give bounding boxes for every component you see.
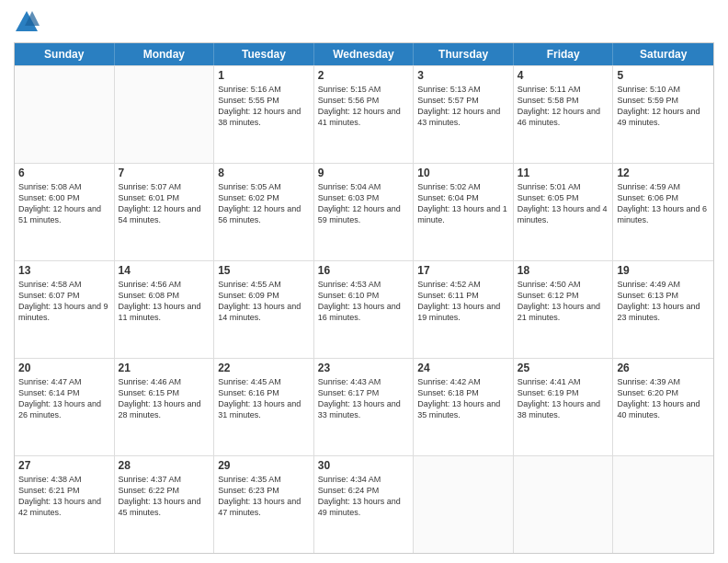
day-number: 11 xyxy=(518,167,609,179)
calendar-cell: 3Sunrise: 5:13 AM Sunset: 5:57 PM Daylig… xyxy=(414,66,514,163)
cell-info: Sunrise: 4:47 AM Sunset: 6:14 PM Dayligh… xyxy=(18,376,110,421)
calendar-row: 13Sunrise: 4:58 AM Sunset: 6:07 PM Dayli… xyxy=(15,260,713,358)
day-number: 9 xyxy=(318,167,410,179)
day-number: 5 xyxy=(617,69,710,82)
cell-info: Sunrise: 4:42 AM Sunset: 6:18 PM Dayligh… xyxy=(417,376,509,421)
cell-info: Sunrise: 5:10 AM Sunset: 5:59 PM Dayligh… xyxy=(617,84,710,129)
cell-info: Sunrise: 4:49 AM Sunset: 6:13 PM Dayligh… xyxy=(617,279,710,324)
weekday-header: Thursday xyxy=(414,43,514,65)
cell-info: Sunrise: 4:55 AM Sunset: 6:09 PM Dayligh… xyxy=(218,279,310,324)
calendar-cell: 15Sunrise: 4:55 AM Sunset: 6:09 PM Dayli… xyxy=(214,261,314,358)
calendar-cell: 26Sunrise: 4:39 AM Sunset: 6:20 PM Dayli… xyxy=(613,359,713,455)
calendar-cell: 13Sunrise: 4:58 AM Sunset: 6:07 PM Dayli… xyxy=(15,261,115,358)
weekday-header: Sunday xyxy=(15,43,115,65)
day-number: 16 xyxy=(318,264,410,277)
calendar-cell: 7Sunrise: 5:07 AM Sunset: 6:01 PM Daylig… xyxy=(115,164,215,260)
day-number: 24 xyxy=(417,362,509,374)
day-number: 14 xyxy=(119,264,210,277)
calendar-cell xyxy=(613,456,713,553)
weekday-header: Tuesday xyxy=(214,43,314,65)
day-number: 29 xyxy=(218,459,310,472)
logo-icon xyxy=(14,9,40,35)
calendar-cell: 2Sunrise: 5:15 AM Sunset: 5:56 PM Daylig… xyxy=(314,66,415,163)
cell-info: Sunrise: 4:46 AM Sunset: 6:15 PM Dayligh… xyxy=(119,376,210,421)
calendar-cell: 1Sunrise: 5:16 AM Sunset: 5:55 PM Daylig… xyxy=(214,66,314,163)
calendar-cell: 9Sunrise: 5:04 AM Sunset: 6:03 PM Daylig… xyxy=(314,164,415,260)
calendar-cell: 17Sunrise: 4:52 AM Sunset: 6:11 PM Dayli… xyxy=(414,261,514,358)
calendar-cell xyxy=(15,66,115,163)
day-number: 2 xyxy=(318,69,410,82)
calendar-row: 27Sunrise: 4:38 AM Sunset: 6:21 PM Dayli… xyxy=(15,455,713,553)
day-number: 21 xyxy=(119,362,210,374)
calendar-cell: 20Sunrise: 4:47 AM Sunset: 6:14 PM Dayli… xyxy=(15,359,115,455)
calendar-cell: 29Sunrise: 4:35 AM Sunset: 6:23 PM Dayli… xyxy=(214,456,314,553)
day-number: 4 xyxy=(518,69,609,82)
day-number: 7 xyxy=(119,167,210,179)
cell-info: Sunrise: 4:56 AM Sunset: 6:08 PM Dayligh… xyxy=(119,279,210,324)
cell-info: Sunrise: 5:15 AM Sunset: 5:56 PM Dayligh… xyxy=(318,84,410,129)
day-number: 25 xyxy=(518,362,609,374)
day-number: 12 xyxy=(617,167,710,179)
cell-info: Sunrise: 5:07 AM Sunset: 6:01 PM Dayligh… xyxy=(119,181,210,226)
calendar-cell: 4Sunrise: 5:11 AM Sunset: 5:58 PM Daylig… xyxy=(514,66,614,163)
day-number: 19 xyxy=(617,264,710,277)
day-number: 28 xyxy=(119,459,210,472)
cell-info: Sunrise: 5:04 AM Sunset: 6:03 PM Dayligh… xyxy=(318,181,410,226)
day-number: 6 xyxy=(18,167,110,179)
cell-info: Sunrise: 4:41 AM Sunset: 6:19 PM Dayligh… xyxy=(518,376,609,421)
calendar-cell: 30Sunrise: 4:34 AM Sunset: 6:24 PM Dayli… xyxy=(314,456,415,553)
cell-info: Sunrise: 4:58 AM Sunset: 6:07 PM Dayligh… xyxy=(18,279,110,324)
day-number: 18 xyxy=(518,264,609,277)
calendar-row: 6Sunrise: 5:08 AM Sunset: 6:00 PM Daylig… xyxy=(15,163,713,260)
cell-info: Sunrise: 4:53 AM Sunset: 6:10 PM Dayligh… xyxy=(318,279,410,324)
day-number: 10 xyxy=(417,167,509,179)
cell-info: Sunrise: 4:45 AM Sunset: 6:16 PM Dayligh… xyxy=(218,376,310,421)
day-number: 22 xyxy=(218,362,310,374)
calendar-cell: 18Sunrise: 4:50 AM Sunset: 6:12 PM Dayli… xyxy=(514,261,614,358)
cell-info: Sunrise: 4:38 AM Sunset: 6:21 PM Dayligh… xyxy=(18,474,110,519)
day-number: 8 xyxy=(218,167,310,179)
logo xyxy=(14,9,43,35)
cell-info: Sunrise: 5:02 AM Sunset: 6:04 PM Dayligh… xyxy=(417,181,509,226)
day-number: 30 xyxy=(318,459,410,472)
day-number: 1 xyxy=(218,69,310,82)
cell-info: Sunrise: 4:39 AM Sunset: 6:20 PM Dayligh… xyxy=(617,376,710,421)
calendar-cell: 24Sunrise: 4:42 AM Sunset: 6:18 PM Dayli… xyxy=(414,359,514,455)
cell-info: Sunrise: 4:43 AM Sunset: 6:17 PM Dayligh… xyxy=(318,376,410,421)
weekday-header: Monday xyxy=(115,43,215,65)
calendar-cell: 21Sunrise: 4:46 AM Sunset: 6:15 PM Dayli… xyxy=(115,359,215,455)
day-number: 15 xyxy=(218,264,310,277)
day-number: 17 xyxy=(417,264,509,277)
day-number: 13 xyxy=(18,264,110,277)
day-number: 27 xyxy=(18,459,110,472)
calendar-row: 1Sunrise: 5:16 AM Sunset: 5:55 PM Daylig… xyxy=(15,65,713,163)
day-number: 26 xyxy=(617,362,710,374)
calendar-cell: 23Sunrise: 4:43 AM Sunset: 6:17 PM Dayli… xyxy=(314,359,415,455)
cell-info: Sunrise: 5:11 AM Sunset: 5:58 PM Dayligh… xyxy=(518,84,609,129)
calendar-cell: 8Sunrise: 5:05 AM Sunset: 6:02 PM Daylig… xyxy=(214,164,314,260)
day-number: 3 xyxy=(417,69,509,82)
calendar-cell: 12Sunrise: 4:59 AM Sunset: 6:06 PM Dayli… xyxy=(613,164,713,260)
cell-info: Sunrise: 4:34 AM Sunset: 6:24 PM Dayligh… xyxy=(318,474,410,519)
cell-info: Sunrise: 4:35 AM Sunset: 6:23 PM Dayligh… xyxy=(218,474,310,519)
calendar-cell: 19Sunrise: 4:49 AM Sunset: 6:13 PM Dayli… xyxy=(613,261,713,358)
calendar-row: 20Sunrise: 4:47 AM Sunset: 6:14 PM Dayli… xyxy=(15,358,713,455)
calendar-cell: 16Sunrise: 4:53 AM Sunset: 6:10 PM Dayli… xyxy=(314,261,415,358)
calendar-cell: 6Sunrise: 5:08 AM Sunset: 6:00 PM Daylig… xyxy=(15,164,115,260)
calendar-cell: 27Sunrise: 4:38 AM Sunset: 6:21 PM Dayli… xyxy=(15,456,115,553)
cell-info: Sunrise: 4:50 AM Sunset: 6:12 PM Dayligh… xyxy=(518,279,609,324)
day-number: 23 xyxy=(318,362,410,374)
calendar-cell: 28Sunrise: 4:37 AM Sunset: 6:22 PM Dayli… xyxy=(115,456,215,553)
cell-info: Sunrise: 5:13 AM Sunset: 5:57 PM Dayligh… xyxy=(417,84,509,129)
cell-info: Sunrise: 5:01 AM Sunset: 6:05 PM Dayligh… xyxy=(518,181,609,226)
cell-info: Sunrise: 5:05 AM Sunset: 6:02 PM Dayligh… xyxy=(218,181,310,226)
calendar-header: SundayMondayTuesdayWednesdayThursdayFrid… xyxy=(15,43,713,65)
page: SundayMondayTuesdayWednesdayThursdayFrid… xyxy=(0,0,728,563)
cell-info: Sunrise: 4:52 AM Sunset: 6:11 PM Dayligh… xyxy=(417,279,509,324)
weekday-header: Friday xyxy=(514,43,614,65)
calendar-cell xyxy=(514,456,614,553)
cell-info: Sunrise: 5:08 AM Sunset: 6:00 PM Dayligh… xyxy=(18,181,110,226)
calendar-body: 1Sunrise: 5:16 AM Sunset: 5:55 PM Daylig… xyxy=(15,65,713,553)
calendar: SundayMondayTuesdayWednesdayThursdayFrid… xyxy=(14,42,714,554)
weekday-header: Wednesday xyxy=(314,43,415,65)
